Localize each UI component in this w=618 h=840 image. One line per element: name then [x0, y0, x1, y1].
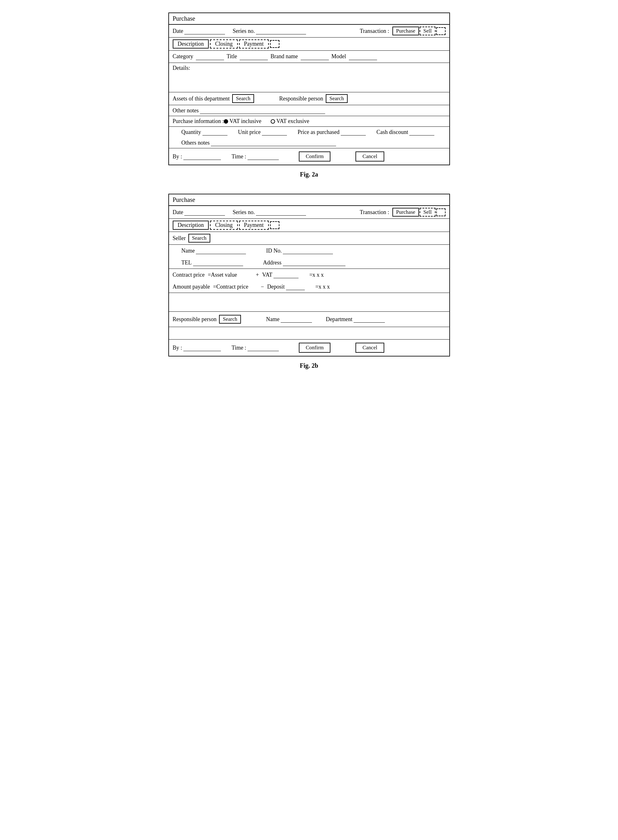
fig-caption-2a: Fig. 2a: [168, 171, 450, 178]
purchase-btn-2a[interactable]: Purchase: [392, 27, 419, 36]
eq1-label-2b: =Asset value: [208, 272, 237, 278]
cash-discount-label-2a: Cash discount: [376, 129, 409, 135]
vat-exclusive-label-2a: VAT exclusive: [276, 118, 309, 125]
date-field-2a[interactable]: [184, 28, 225, 34]
date-series-row-2a: Date Series no. Transaction : Purchase S…: [169, 25, 449, 37]
cash-discount-field-2a[interactable]: [409, 129, 434, 135]
by-label-2a: By :: [173, 153, 183, 160]
tabs-row-2b: Description Closing Payment: [169, 219, 449, 232]
assets-label-2a: Assets of this department: [173, 95, 230, 102]
name-id-row-2b: Name ID No.: [169, 245, 449, 257]
price-field-2a[interactable]: [341, 129, 366, 135]
contract-row-2b: Contract price =Asset value + VAT =x x x: [169, 269, 449, 281]
vat-label-2b: VAT: [262, 272, 273, 278]
eq-xxx1-2b: =x x x: [309, 272, 324, 278]
assets-row-2a: Assets of this department Search Respons…: [169, 92, 449, 105]
tab-description-2b[interactable]: Description: [173, 221, 209, 230]
date-label-2a: Date: [173, 28, 183, 34]
unit-price-label-2a: Unit price: [238, 129, 261, 135]
name-label-2b: Name: [181, 248, 195, 254]
model-label-2a: Model: [331, 53, 346, 59]
series-field-2b[interactable]: [256, 209, 306, 216]
series-field-2a[interactable]: [256, 28, 306, 34]
series-label-2a: Series no.: [232, 28, 255, 34]
search-btn-resp-2b[interactable]: Search: [219, 315, 241, 324]
date-field-2b[interactable]: [184, 209, 225, 216]
date-series-row-2b: Date Series no. Transaction : Purchase S…: [169, 206, 449, 219]
others-notes-field-2a[interactable]: [211, 139, 336, 146]
confirm-btn-2b[interactable]: Confirm: [299, 343, 331, 353]
sell-btn-2b[interactable]: Sell: [420, 208, 435, 217]
price-label-2a: Price as purchased: [297, 129, 340, 135]
responsible-label-2a: Responsible person: [279, 95, 323, 102]
plus-label-2b: +: [256, 272, 259, 278]
time-field-2b[interactable]: [248, 344, 279, 351]
search-btn-assets-2a[interactable]: Search: [232, 94, 254, 103]
deposit-field-2b[interactable]: [286, 283, 305, 290]
other-notes-row-2a: Other notes: [169, 105, 449, 116]
confirm-btn-2a[interactable]: Confirm: [299, 152, 331, 162]
other-notes-label-2a: Other notes: [173, 107, 199, 114]
eq2-label-2b: =Contract price: [213, 284, 248, 290]
address-field-2b[interactable]: [283, 259, 345, 266]
cancel-btn-2b[interactable]: Cancel: [355, 343, 384, 353]
tab-closing-2a[interactable]: Closing: [210, 39, 238, 49]
search-btn-seller-2b[interactable]: Search: [189, 234, 210, 242]
tab-payment-2a[interactable]: Payment: [239, 39, 269, 49]
cancel-btn-2a[interactable]: Cancel: [355, 152, 384, 162]
title-field-2a[interactable]: [240, 53, 268, 60]
date-label-2b: Date: [173, 209, 183, 216]
unit-price-field-2a[interactable]: [262, 129, 287, 135]
by-field-2b[interactable]: [183, 344, 221, 351]
figure-2a: Purchase Date Series no. Transaction : P…: [168, 12, 450, 178]
series-label-2b: Series no.: [232, 209, 255, 216]
vat-inclusive-radio-2a[interactable]: [224, 119, 228, 123]
bottom-row-2a: By : Time : Confirm Cancel: [169, 148, 449, 165]
sell-btn-2a[interactable]: Sell: [420, 27, 435, 36]
purchase-btn-2b[interactable]: Purchase: [392, 208, 419, 217]
other-notes-field-2a[interactable]: [200, 107, 325, 114]
time-label-2b: Time :: [232, 345, 246, 351]
title-label-2a: Purchase: [173, 15, 195, 22]
quantity-field-2a[interactable]: [202, 129, 227, 135]
purchase-info-row-2a: Purchase information : VAT inclusive VAT…: [169, 116, 449, 127]
time-field-2a[interactable]: [248, 153, 279, 160]
form-title-2a: Purchase: [169, 13, 449, 25]
vat-exclusive-radio-2a[interactable]: [271, 119, 275, 123]
tab-closing-2b[interactable]: Closing: [210, 221, 238, 230]
details-field-2a[interactable]: [173, 71, 446, 90]
brand-label-2a: Brand name: [271, 53, 298, 59]
tel-address-row-2b: TEL Address: [169, 257, 449, 269]
id-field-2b[interactable]: [283, 247, 333, 254]
minus-label-2b: −: [261, 284, 264, 290]
spacer2-2b: [169, 327, 449, 340]
seller-label-2b: Seller: [173, 235, 186, 242]
vat-field-2b[interactable]: [273, 271, 299, 278]
details-label-2a: Details:: [173, 65, 446, 71]
title-label-field-2a: Title: [227, 53, 237, 59]
name-field-2b[interactable]: [196, 247, 246, 254]
department-field-2b[interactable]: [354, 316, 385, 323]
name2-field-2b[interactable]: [281, 316, 312, 323]
spacer-2b: [169, 293, 449, 312]
name2-label-2b: Name: [266, 316, 279, 323]
figure-2b: Purchase Date Series no. Transaction : P…: [168, 194, 450, 369]
tel-field-2b[interactable]: [193, 259, 243, 266]
tab-payment-2b[interactable]: Payment: [239, 221, 269, 230]
tab-description-2a[interactable]: Description: [173, 39, 209, 49]
qty-row-2a: Quantity Unit price Price as purchased C…: [169, 127, 449, 137]
purchase-info-label-2a: Purchase information :: [173, 118, 224, 125]
category-row-2a: Category Title Brand name Model: [169, 51, 449, 63]
deposit-label-2b: Deposit: [267, 284, 285, 290]
search-btn-responsible-2a[interactable]: Search: [326, 94, 348, 103]
by-label-2b: By :: [173, 345, 183, 351]
model-field-2a[interactable]: [349, 53, 377, 60]
by-field-2a[interactable]: [183, 153, 221, 160]
quantity-label-2a: Quantity: [181, 129, 201, 135]
transaction-label-2b: Transaction :: [360, 209, 389, 216]
brand-field-2a[interactable]: [301, 53, 329, 60]
category-field-2a[interactable]: [196, 53, 224, 60]
bottom-row-2b: By : Time : Confirm Cancel: [169, 340, 449, 356]
amount-label-2b: Amount payable: [173, 284, 210, 290]
responsible-row-2b: Responsible person Search Name Departmen…: [169, 312, 449, 327]
